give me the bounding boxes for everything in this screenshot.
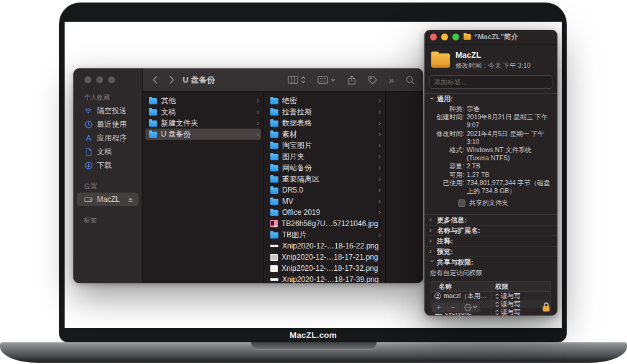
folder-row[interactable]: MV› (264, 196, 385, 207)
section-comments[interactable]: ›注释: (424, 235, 557, 246)
folder-row[interactable]: 数据表格› (264, 117, 385, 129)
shared-folder-checkbox[interactable] (458, 199, 465, 207)
remove-permission-button[interactable]: − (446, 303, 460, 312)
folder-icon (270, 98, 278, 104)
lock-button[interactable] (542, 302, 551, 312)
section-more-info[interactable]: ›更多信息: (424, 214, 557, 225)
privilege-column-header: 权限 (491, 282, 551, 291)
file-label: DR5.0 (282, 186, 303, 194)
forward-button[interactable] (168, 75, 175, 84)
search-icon[interactable] (406, 76, 414, 84)
zoom-button[interactable] (452, 34, 459, 40)
section-label: 名称与扩展名: (437, 226, 480, 235)
eject-icon[interactable] (127, 197, 134, 202)
minimize-button[interactable] (96, 76, 103, 83)
wide-screenshot-thumbnail (270, 278, 278, 281)
info-value: 宗卷 (467, 105, 552, 113)
section-preview[interactable]: ›预览: (424, 246, 557, 257)
folder-row[interactable]: TB图片› (264, 229, 385, 240)
folder-row[interactable]: 文稿› (143, 106, 263, 117)
view-columns-button[interactable] (288, 76, 306, 84)
sidebar-section-favorites: 个人收藏 (84, 93, 142, 102)
sidebar-section-tags: 标签 (84, 216, 142, 225)
folder-icon (270, 109, 278, 116)
add-tags-input[interactable] (429, 75, 552, 89)
minimize-button[interactable] (441, 34, 448, 40)
folder-row[interactable]: 拉普拉斯› (264, 106, 385, 117)
white-thumbnail (270, 265, 278, 272)
sidebar-item-applications[interactable]: 应用程序 (73, 131, 142, 145)
window-controls-inactive (73, 76, 142, 83)
finder-window: 个人收藏 隔空投送 最近使用 (73, 68, 423, 283)
folder-row[interactable]: DR5.0› (264, 184, 385, 196)
info-value: 2019年8月21日 星期三 下午9:07 (467, 113, 552, 129)
sidebar-item-recents[interactable]: 最近使用 (73, 117, 142, 131)
sidebar-item-maczl-volume[interactable]: MacZL (77, 193, 139, 206)
folder-icon (270, 199, 278, 205)
macbook-lid-notch (251, 342, 377, 350)
file-row[interactable]: Xnip2020-12-…18-17-32.png (264, 263, 385, 274)
sidebar-item-documents[interactable]: 文稿 (73, 145, 142, 158)
chevron-right-icon: › (257, 108, 259, 116)
sidebar-item-downloads[interactable]: 下载 (73, 158, 142, 172)
volume-icon (464, 34, 471, 40)
clock-icon (84, 121, 93, 129)
disclosure-triangle-icon: › (429, 217, 434, 223)
folder-icon (270, 143, 278, 149)
shared-folder-label: 共享的文件夹 (469, 199, 508, 207)
chevron-right-icon: › (378, 97, 381, 104)
file-row[interactable]: Xnip2020-12-…18-17-21.png (264, 252, 385, 263)
document-icon (84, 148, 93, 156)
folder-row-selected[interactable]: U 盘备份› (145, 129, 261, 140)
tag-button[interactable] (368, 75, 377, 84)
applications-icon (84, 134, 93, 142)
close-button[interactable] (85, 76, 91, 83)
folder-row[interactable]: 网站备份› (264, 162, 385, 173)
folder-row[interactable]: Office 2019› (264, 207, 385, 218)
file-label: Office 2019 (282, 208, 320, 217)
file-label: TB26h58g7U…57121046.jpg (281, 219, 378, 228)
macbook-brand-label: MacZL.com (65, 329, 562, 342)
close-button[interactable] (430, 34, 437, 40)
group-by-button[interactable] (318, 76, 336, 84)
general-rows: 种类:宗卷 创建时间:2019年8月21日 星期三 下午9:07 修改时间:20… (424, 104, 557, 214)
file-label: 文稿 (161, 107, 176, 117)
folder-icon (149, 109, 157, 116)
section-general[interactable]: › 通用: (424, 94, 557, 104)
info-value: 1.27 TB (467, 171, 552, 179)
folder-row[interactable]: 图片夹› (264, 151, 385, 162)
file-label: 数据表格 (282, 118, 312, 129)
chevron-right-icon: › (257, 97, 259, 104)
folder-row[interactable]: 其他› (143, 95, 263, 106)
folder-icon (270, 188, 278, 194)
file-row[interactable]: TB26h58g7U…57121046.jpg (264, 218, 385, 229)
file-label: 拉普拉斯 (282, 107, 312, 117)
folder-row[interactable]: 绝密› (264, 95, 385, 106)
chevron-right-icon: › (257, 119, 259, 127)
finder-sidebar: 个人收藏 隔空投送 最近使用 (73, 68, 143, 283)
folder-row[interactable]: 新建文件夹› (143, 117, 263, 129)
modified-time: 修改时间：今天 下午 3:10 (455, 61, 531, 70)
section-sharing-permissions[interactable]: ›共享与权限: (424, 257, 557, 267)
zoom-button[interactable] (108, 76, 115, 83)
add-permission-button[interactable]: + (432, 303, 446, 312)
folder-row[interactable]: 重要隔离区› (264, 173, 385, 184)
more-options-button[interactable] (460, 303, 480, 312)
file-row[interactable]: Xnip2020-12-…18-16-22.png (264, 240, 385, 252)
image-thumbnail (270, 220, 278, 227)
disclosure-triangle-icon: › (429, 97, 435, 101)
section-name-extension[interactable]: ›名称与扩展名: (424, 225, 557, 235)
info-key: 可用: (429, 171, 464, 179)
toolbar-overflow-icon[interactable]: » (389, 75, 394, 84)
finder-toolbar: U 盘备份 (143, 68, 423, 92)
share-button[interactable] (347, 75, 356, 85)
folder-row[interactable]: 素材› (264, 129, 385, 140)
sidebar-item-label: 下载 (97, 160, 112, 171)
file-row[interactable]: Xnip2020-12-…18-17-39.png (264, 274, 385, 283)
folder-row[interactable]: 淘宝图片› (264, 140, 385, 151)
file-label: 图片夹 (282, 152, 304, 162)
back-button[interactable] (152, 75, 158, 84)
sidebar-item-airdrop[interactable]: 隔空投送 (73, 104, 142, 117)
file-label: 网站备份 (282, 163, 312, 173)
file-label: U 盘备份 (161, 129, 191, 140)
